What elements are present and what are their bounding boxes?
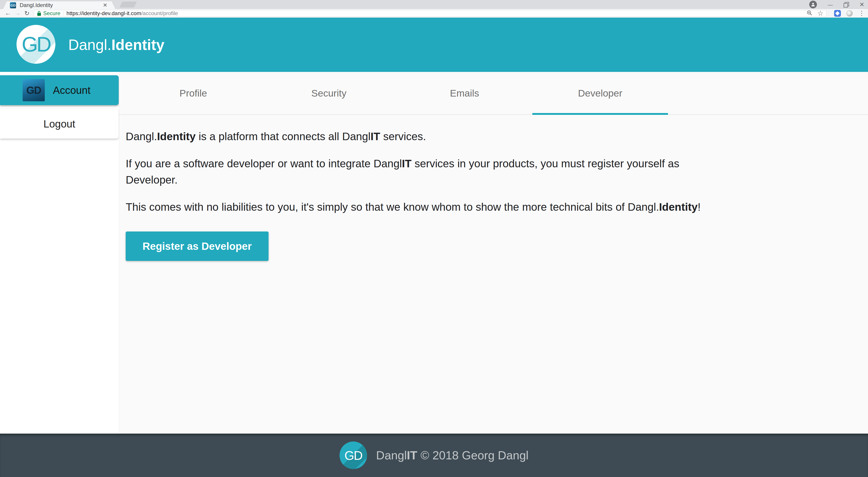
window-close-button[interactable]	[858, 2, 866, 7]
site-favicon-icon: GD	[10, 2, 16, 8]
site-logo: GD	[17, 25, 55, 64]
back-button[interactable]	[3, 10, 13, 17]
account-icon-letters: GD	[26, 84, 41, 96]
developer-tab-panel: Dangl.Identity is a platform that connec…	[119, 115, 868, 261]
new-tab-button[interactable]	[119, 2, 137, 7]
sidebar-account-label: Account	[53, 84, 90, 96]
site-title-regular: Dangl.	[68, 36, 112, 53]
main-content: Profile Security Emails Developer Dangl.…	[119, 72, 868, 434]
person-icon	[811, 2, 815, 7]
site-title-bold: Identity	[112, 36, 164, 53]
magnifier-icon	[807, 10, 812, 16]
register-as-developer-button[interactable]: Register as Developer	[126, 232, 269, 261]
window-controls	[809, 0, 866, 9]
tab-emails[interactable]: Emails	[397, 72, 532, 114]
site-title: Dangl.Identity	[68, 18, 164, 72]
extension-swirl-icon[interactable]	[846, 10, 852, 17]
tab-profile[interactable]: Profile	[125, 72, 261, 114]
footer-copyright: DanglIT © 2018 Georg Dangl	[376, 449, 528, 462]
site-logo-letters: GD	[22, 33, 50, 56]
sidebar-logout-label: Logout	[43, 118, 75, 130]
secure-badge: Secure	[43, 10, 60, 17]
footer-logo: GD	[340, 442, 367, 469]
tab-title: Dangl.Identity	[20, 2, 102, 8]
url-host: https://identity-dev.dangl-it.com	[66, 10, 141, 17]
url-path: /account/profile	[141, 10, 178, 17]
window-restore-button[interactable]	[844, 2, 848, 7]
register-info-paragraph: If you are a software developer or want …	[126, 155, 850, 188]
bookmark-star-icon[interactable]	[817, 10, 824, 17]
account-gd-icon: GD	[23, 79, 45, 101]
extension-tag-icon[interactable]	[834, 10, 841, 17]
browser-tab-strip: GD Dangl.Identity	[0, 0, 868, 9]
sidebar: GD Account Logout	[0, 72, 119, 434]
address-bar[interactable]: Secure https://identity-dev.dangl-it.com…	[34, 10, 827, 17]
browser-toolbar: Secure https://identity-dev.dangl-it.com…	[0, 9, 868, 18]
browser-menu-icon[interactable]	[859, 9, 865, 17]
browser-tab[interactable]: GD Dangl.Identity	[3, 1, 115, 9]
tab-close-icon[interactable]	[102, 2, 108, 8]
secure-lock-icon	[37, 10, 41, 16]
window-minimize-button[interactable]	[827, 2, 834, 7]
account-tabs: Profile Security Emails Developer	[119, 72, 868, 115]
site-footer: GD DanglIT © 2018 Georg Dangl	[0, 434, 868, 477]
browser-profile-icon[interactable]	[809, 1, 817, 8]
sidebar-item-account[interactable]: GD Account	[0, 75, 119, 105]
sidebar-item-logout[interactable]: Logout	[0, 109, 119, 139]
intro-paragraph: Dangl.Identity is a platform that connec…	[126, 128, 850, 145]
forward-button[interactable]	[13, 10, 22, 17]
liability-paragraph: This comes with no liabilities to you, i…	[126, 199, 850, 215]
footer-logo-letters: GD	[344, 448, 362, 463]
reload-button[interactable]	[22, 10, 32, 17]
tab-developer[interactable]: Developer	[532, 72, 668, 114]
tab-security[interactable]: Security	[261, 72, 397, 114]
favicon-letters: GD	[10, 3, 16, 7]
site-header: GD Dangl.Identity	[0, 18, 868, 72]
zoom-icon[interactable]	[807, 10, 812, 17]
